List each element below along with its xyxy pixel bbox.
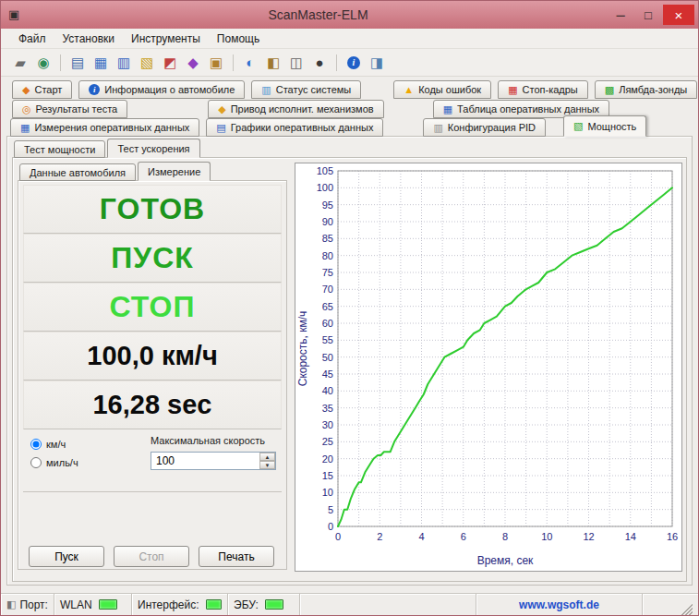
- radio-mph[interactable]: миль/ч: [30, 457, 78, 468]
- print-button[interactable]: Печать: [199, 546, 274, 567]
- tab-vehicle-info[interactable]: i Информация о автомобиле: [78, 80, 245, 99]
- units-radio-group: км/ч миль/ч: [30, 439, 78, 468]
- tab-live-data-measure[interactable]: ▦ Измерения оперативных данных: [10, 118, 199, 137]
- tab-actuator-drive[interactable]: ◆ Привод исполнит. механизмов: [208, 100, 383, 118]
- tab-vehicle-data[interactable]: Данные автомобиля: [19, 163, 136, 181]
- spinner-down-icon[interactable]: ▼: [259, 461, 275, 469]
- radio-kmh[interactable]: км/ч: [30, 439, 78, 450]
- actuator-tab-icon: ◆: [218, 104, 225, 115]
- device-icon[interactable]: ◫: [286, 53, 307, 73]
- live-data-measure-tab-icon: ▦: [20, 123, 30, 133]
- max-speed-input[interactable]: [151, 453, 259, 469]
- svg-text:55: 55: [322, 334, 333, 345]
- svg-text:90: 90: [322, 216, 333, 227]
- pid-config-tab-icon: ▥: [433, 123, 442, 133]
- menu-help[interactable]: Помощь: [209, 30, 268, 47]
- menu-settings[interactable]: Установки: [54, 30, 123, 47]
- tab-label: Статус системы: [276, 84, 351, 95]
- report-icon[interactable]: ▧: [137, 53, 157, 73]
- minimize-button[interactable]: ─: [608, 5, 633, 25]
- tab-live-data-graphs[interactable]: ▤ Графики оперативных данных: [206, 118, 383, 137]
- tab-system-status[interactable]: ▥ Статус системы: [251, 80, 361, 99]
- port-segment: ◧ Порт:: [1, 594, 54, 615]
- time-display: 16,28 sec: [23, 380, 282, 429]
- tab-measurement[interactable]: Измерение: [138, 162, 211, 181]
- warning-icon: ▲: [404, 85, 414, 95]
- tab-row-1: ◆ Старт i Информация о автомобиле ▥ Стат…: [12, 80, 691, 99]
- action-buttons: Пуск Стоп Печать: [29, 546, 274, 567]
- system-status-tab-icon: ▥: [261, 85, 271, 95]
- spinner-up-icon[interactable]: ▲: [259, 453, 275, 461]
- tab-label: Таблица оперативных данных: [457, 103, 599, 115]
- svg-text:95: 95: [322, 199, 333, 211]
- gauge-icon[interactable]: ◆: [183, 53, 203, 73]
- toolbar-separator: [233, 54, 234, 71]
- readout-stack: ГОТОВ ПУСК СТОП 100,0 км/ч 16,28 sec: [23, 185, 282, 429]
- start-tab-icon: ◆: [22, 85, 30, 95]
- doc-icon[interactable]: ▤: [67, 53, 88, 73]
- tab-error-codes[interactable]: ▲ Коды ошибок: [393, 80, 491, 99]
- table-icon[interactable]: ▦: [90, 53, 111, 73]
- svg-text:0: 0: [335, 531, 341, 542]
- tab-acceleration-test[interactable]: Тест ускорения: [107, 139, 199, 158]
- kmh-radio-input[interactable]: [30, 439, 42, 450]
- toolbar-separator: [336, 54, 337, 71]
- wlan-led: [99, 599, 117, 610]
- start-button[interactable]: Пуск: [29, 546, 104, 567]
- module-icon[interactable]: ◨: [367, 53, 387, 73]
- max-speed-label: Максимальная скорость: [151, 435, 278, 446]
- tab-lambda-sensors[interactable]: ▩ Лямбда-зонды: [595, 80, 697, 99]
- svg-text:25: 25: [322, 436, 333, 447]
- svg-text:5: 5: [328, 504, 333, 515]
- interface-label: Интерфейс:: [138, 598, 199, 611]
- disc-icon[interactable]: ●: [309, 53, 330, 73]
- link-segment: www.wgsoft.de: [476, 594, 643, 615]
- website-link[interactable]: www.wgsoft.de: [519, 598, 599, 611]
- chat-icon[interactable]: ◐: [240, 53, 260, 73]
- plug-icon[interactable]: ▰: [10, 53, 30, 73]
- menu-file[interactable]: Файл: [10, 30, 54, 47]
- tab-freeze-frames[interactable]: ▦ Стоп-кадры: [498, 80, 588, 99]
- close-button[interactable]: ×: [663, 5, 694, 25]
- speed-chart-svg: 0246810121416051015202530354045505560657…: [295, 163, 681, 571]
- svg-text:105: 105: [317, 165, 333, 176]
- kmh-radio-label: км/ч: [46, 439, 66, 450]
- tab-power-test[interactable]: Тест мощности: [14, 140, 105, 158]
- vehicle-info-tab-icon: i: [89, 84, 100, 95]
- tab-label: Графики оперативных данных: [231, 122, 374, 133]
- mph-radio-input[interactable]: [30, 457, 42, 468]
- app-window: ▣ ScanMaster-ELM ─ □ × Файл Установки Ин…: [0, 0, 699, 616]
- tab-row-3: ▦ Измерения оперативных данных ▤ Графики…: [10, 118, 691, 137]
- svg-text:70: 70: [322, 284, 333, 295]
- tab-power[interactable]: ▧ Мощность: [563, 115, 646, 137]
- tab-test-results[interactable]: ◎ Результаты теста: [12, 100, 127, 118]
- ecu-segment: ЭБУ:: [228, 594, 300, 615]
- mph-radio-label: миль/ч: [46, 457, 78, 468]
- resize-grip[interactable]: [680, 602, 693, 615]
- tab-start[interactable]: ◆ Старт: [12, 80, 72, 99]
- svg-text:35: 35: [322, 403, 333, 414]
- menu-tools[interactable]: Инструменты: [123, 30, 209, 47]
- tools-icon[interactable]: ◧: [263, 53, 283, 73]
- globe-icon[interactable]: ◉: [33, 53, 54, 73]
- tab-pid-config[interactable]: ▥ Конфигурация PID: [423, 118, 546, 137]
- tab-label: Старт: [34, 84, 62, 95]
- speed-chart: 0246810121416051015202530354045505560657…: [295, 163, 682, 572]
- svg-text:8: 8: [502, 531, 508, 542]
- svg-text:Время, сек: Время, сек: [477, 554, 534, 567]
- monitor-icon[interactable]: ▥: [114, 53, 134, 73]
- info-icon[interactable]: i: [343, 53, 364, 73]
- tab-label: Лямбда-зонды: [619, 84, 687, 95]
- tab-label: Стоп-кадры: [523, 84, 578, 95]
- titlebar[interactable]: ▣ ScanMaster-ELM ─ □ ×: [1, 1, 698, 29]
- maximize-button[interactable]: □: [635, 5, 661, 25]
- tab-label: Результаты теста: [36, 103, 118, 115]
- stop-display: СТОП: [23, 283, 282, 332]
- note-icon[interactable]: ▣: [206, 53, 226, 73]
- svg-text:2: 2: [377, 531, 382, 542]
- svg-text:50: 50: [322, 352, 333, 363]
- chart-icon[interactable]: ◩: [160, 53, 180, 73]
- stop-button[interactable]: Стоп: [114, 546, 189, 567]
- ecu-led: [265, 599, 283, 610]
- svg-text:6: 6: [461, 531, 466, 542]
